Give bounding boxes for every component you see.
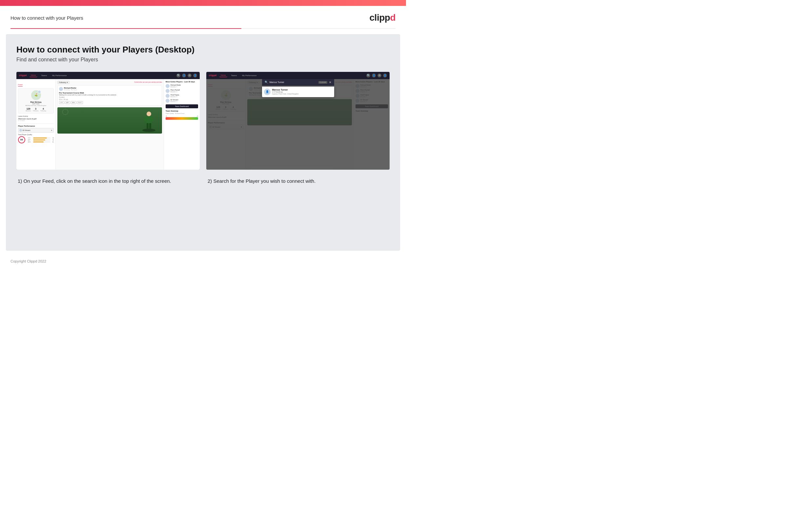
player-item-1: Richard Butler Activities: 7 xyxy=(165,84,198,88)
mini-right-panel: Most Active Players - Last 30 days Richa… xyxy=(164,79,200,170)
team-dashboard-button[interactable]: Team Dashboard xyxy=(165,104,198,108)
svg-rect-4 xyxy=(151,117,153,121)
stat-activities: 129 Activities xyxy=(26,108,31,112)
header: How to connect with your Players clippd xyxy=(0,6,406,28)
main-content: How to connect with your Players (Deskto… xyxy=(6,34,400,251)
mini-app-2: clippd Home Teams My Performance 🔍 👤 ⚙ 👤… xyxy=(206,72,390,170)
dropdown-arrow: ▼ xyxy=(51,129,52,131)
heatmap-bar xyxy=(165,117,198,120)
heatmap-scale: -5 +5 xyxy=(165,115,198,117)
mini-nav-1: clippd Home Teams My Performance 🔍 👤 ⚙ 👤 xyxy=(16,72,200,79)
player-select[interactable]: Eli Vincent ▼ xyxy=(18,128,54,133)
profile-club: Mill Ride Golf Club, United Kingdom xyxy=(26,105,47,106)
step-2-text: 2) Search for the Player you wish to con… xyxy=(206,177,390,185)
search-bar: 🔍 Marcus Turner CLEAR ✕ xyxy=(262,79,334,86)
result-avatar: 👤 xyxy=(264,89,271,95)
main-subtitle: Find and connect with your Players xyxy=(16,57,390,63)
svg-rect-5 xyxy=(147,123,149,129)
mini-latest-activity: Latest Activity Afternoon round of golf … xyxy=(18,115,54,121)
steps-container: 1) On your Feed, click on the search ico… xyxy=(16,177,390,185)
mini-nav-home-2: Home xyxy=(220,74,227,77)
screenshots-container: clippd Home Teams My Performance 🔍 👤 ⚙ 👤 xyxy=(16,72,390,170)
mini-nav-home: Home xyxy=(30,74,37,77)
heatmap-subtitle: Player Quality · 20 Round Trend xyxy=(165,113,198,114)
player-performance-section: Player Performance Eli Vincent ▼ Total P… xyxy=(18,123,54,143)
control-link[interactable]: Control who can see your activity and da… xyxy=(134,81,162,83)
activity-avatar xyxy=(59,87,63,91)
header-divider xyxy=(10,28,395,29)
player-item-4: Eli Vincent Activities: 1 xyxy=(165,99,198,103)
person-icon-2[interactable]: 👤 xyxy=(372,74,376,78)
feed-tab: Feed xyxy=(18,84,22,87)
mini-app-1: clippd Home Teams My Performance 🔍 👤 ⚙ 👤 xyxy=(16,72,200,170)
settings-icon[interactable]: ⚙ xyxy=(188,74,192,78)
avatar-small xyxy=(38,90,41,93)
search-icon[interactable]: 🔍 xyxy=(177,74,180,78)
svg-rect-2 xyxy=(146,116,151,123)
mini-profile-card: ⛳ Blair McHarg Golf Coach Mill Ride Golf… xyxy=(18,88,54,114)
activity-tags: OTT APP ARG PUTT xyxy=(59,101,160,104)
result-info: Marcus Turner 1-5 Handicap Cypress Point… xyxy=(272,89,299,95)
stat-followers: 3 Followers xyxy=(33,108,38,112)
player-select-avatar xyxy=(19,129,22,132)
mini-nav-teams: Teams xyxy=(40,74,49,77)
dotted-circle xyxy=(62,109,68,115)
mini-nav-perf-2: My Performance xyxy=(241,74,258,77)
following-bar: Following ▼ Control who can see your act… xyxy=(57,81,162,84)
mini-nav-performance: My Performance xyxy=(51,74,68,77)
mini-feed-panel: Feed ⛳ Blair McHarg Golf Coach Mill Ride… xyxy=(16,79,56,170)
svg-rect-3 xyxy=(144,117,147,121)
footer: Copyright Clippd 2022 xyxy=(0,256,406,266)
svg-point-1 xyxy=(147,112,151,116)
search-icon-overlay: 🔍 xyxy=(265,81,268,84)
search-icon-2[interactable]: 🔍 xyxy=(366,74,370,78)
page-title: How to connect with your Players xyxy=(10,15,83,21)
stat-following: 4 Following xyxy=(41,108,46,112)
stats-row: 129 Activities 3 Followers 4 Following xyxy=(26,108,46,112)
mini-nav-teams-2: Teams xyxy=(230,74,238,77)
settings-icon-2[interactable]: ⚙ xyxy=(378,74,381,78)
player-avatar-2 xyxy=(165,89,170,93)
mini-nav-logo: clippd xyxy=(19,74,27,77)
mini-nav-2: clippd Home Teams My Performance 🔍 👤 ⚙ 👤 xyxy=(206,72,390,79)
avatar-icon-2[interactable]: 👤 xyxy=(383,74,387,78)
mini-nav-icons-2: 🔍 👤 ⚙ 👤 xyxy=(366,74,387,78)
copyright: Copyright Clippd 2022 xyxy=(10,259,46,263)
player-avatar-3 xyxy=(165,94,170,98)
svg-rect-6 xyxy=(149,123,151,129)
bar-app: APP 70 xyxy=(28,139,54,141)
screenshot-panel-1: clippd Home Teams My Performance 🔍 👤 ⚙ 👤 xyxy=(16,72,200,170)
score-area: 84 OTT 79 APP xyxy=(18,136,54,143)
score-circle: 84 xyxy=(18,136,25,143)
main-title: How to connect with your Players (Deskto… xyxy=(16,45,390,55)
golfer-svg xyxy=(139,111,159,134)
following-button[interactable]: Following ▼ xyxy=(57,81,69,84)
player-avatar-4 xyxy=(165,99,170,103)
player-item-2: Piers Parnell Activities: 4 xyxy=(165,89,198,93)
screenshot-panel-2: clippd Home Teams My Performance 🔍 👤 ⚙ 👤… xyxy=(206,72,390,170)
step-1-text: 1) On your Feed, click on the search ico… xyxy=(16,177,200,185)
bar-arg: ARG 61 xyxy=(28,141,54,143)
mini-nav-icons: 🔍 👤 ⚙ 👤 xyxy=(177,74,197,78)
player-item-3: Hiral Pujara Activities: 3 xyxy=(165,94,198,98)
logo: clippd xyxy=(370,12,395,23)
svg-point-0 xyxy=(142,129,155,132)
mini-nav-logo-2: clippd xyxy=(209,74,217,77)
search-result[interactable]: 👤 Marcus Turner 1-5 Handicap Cypress Poi… xyxy=(262,87,334,97)
avatar-icon[interactable]: 👤 xyxy=(193,74,197,78)
activity-card: Richard Butler Yesterday · The Grove Pre… xyxy=(57,85,162,106)
mini-center-feed: Following ▼ Control who can see your act… xyxy=(56,79,164,170)
mini-body-1: Feed ⛳ Blair McHarg Golf Coach Mill Ride… xyxy=(16,79,200,170)
bar-ott: OTT 79 xyxy=(28,137,54,139)
search-clear-button[interactable]: CLEAR xyxy=(319,81,327,84)
search-close-button[interactable]: ✕ xyxy=(329,81,332,84)
top-bar xyxy=(0,0,406,6)
player-avatar-1 xyxy=(165,84,170,88)
person-icon[interactable]: 👤 xyxy=(182,74,186,78)
golfer-image-area xyxy=(57,107,162,134)
mini-bars: OTT 79 APP 70 xyxy=(28,137,54,143)
search-input[interactable]: Marcus Turner xyxy=(270,81,317,83)
activity-header: Richard Butler Yesterday · The Grove xyxy=(59,87,160,91)
